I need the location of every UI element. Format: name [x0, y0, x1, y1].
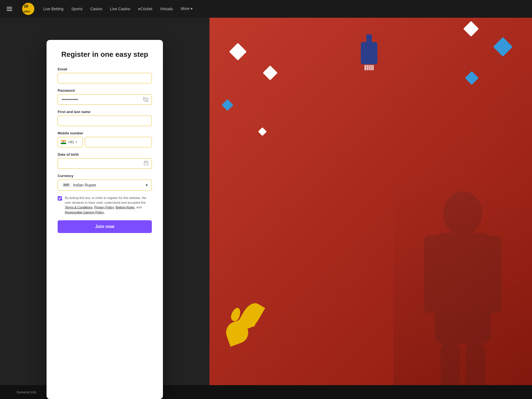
- mobile-row: +91 ▾: [58, 137, 152, 147]
- password-input[interactable]: [58, 94, 152, 105]
- diamond-decor-4: [463, 21, 479, 37]
- mobile-label: Mobile number: [58, 131, 152, 135]
- currency-label: Currency: [58, 174, 152, 178]
- person-svg: [407, 191, 518, 399]
- currency-group: Currency INR Indian Rupee ▾: [58, 174, 152, 191]
- toggle-password-button[interactable]: [143, 97, 149, 102]
- privacy-link[interactable]: Privacy Policy: [94, 206, 114, 209]
- terms-link[interactable]: Terms & Conditions: [65, 206, 93, 209]
- person-figure: [393, 172, 532, 399]
- name-group: First and last name: [58, 110, 152, 126]
- nav-links: Live Betting Sports Casino Live Casino e…: [43, 6, 193, 11]
- main-content: Register in one easy step Email Password: [0, 18, 532, 399]
- registration-modal: Register in one easy step Email Password: [47, 40, 163, 399]
- dob-label: Date of birth: [58, 152, 152, 157]
- small-diamond-1: [222, 99, 233, 111]
- password-wrapper: [58, 94, 152, 105]
- currency-chevron-icon: ▾: [146, 183, 148, 187]
- hamburger-menu-button[interactable]: [6, 6, 13, 12]
- betting-rules-link[interactable]: Betting Rules: [116, 206, 134, 209]
- logo: [22, 3, 34, 15]
- nav-item-virtuals[interactable]: Virtuals: [160, 7, 173, 11]
- terms-row: By ticking this box, in order to registe…: [58, 196, 152, 215]
- eye-off-icon: [143, 97, 149, 102]
- lantern-decor: [361, 34, 377, 70]
- mobile-input[interactable]: [85, 137, 152, 147]
- mobile-group: Mobile number +91 ▾: [58, 131, 152, 147]
- diamond-decor-1: [229, 43, 247, 61]
- join-now-button[interactable]: Join now: [58, 220, 152, 233]
- diamond-decor-2: [263, 65, 278, 80]
- calendar-icon: [144, 160, 149, 165]
- diamond-decor-3: [493, 37, 513, 57]
- nav-item-ecricket[interactable]: eCricket: [138, 7, 152, 11]
- name-input[interactable]: [58, 116, 152, 126]
- navbar: Live Betting Sports Casino Live Casino e…: [0, 0, 532, 18]
- terms-text: By ticking this box, in order to registe…: [65, 196, 152, 215]
- nav-item-casino[interactable]: Casino: [90, 7, 103, 11]
- currency-selector[interactable]: INR Indian Rupee ▾: [58, 180, 152, 191]
- modal-title: Register in one easy step: [58, 50, 152, 59]
- name-label: First and last name: [58, 110, 152, 114]
- small-diamond-2: [258, 127, 267, 136]
- country-code-selector[interactable]: +91 ▾: [58, 137, 83, 147]
- responsible-gaming-link[interactable]: Responsible Gaming Policy.: [65, 211, 104, 214]
- svg-rect-1: [144, 161, 148, 165]
- nav-item-live-betting[interactable]: Live Betting: [43, 7, 63, 11]
- dob-group: Date of birth: [58, 152, 152, 169]
- password-label: Password: [58, 88, 152, 93]
- footer-general-info: General Info: [17, 390, 37, 394]
- dob-wrapper: [58, 158, 152, 169]
- calendar-button[interactable]: [144, 160, 149, 167]
- currency-code-badge: INR: [62, 183, 71, 188]
- logo-icon: [22, 3, 34, 15]
- left-area: Register in one easy step Email Password: [0, 18, 209, 399]
- country-code-text: +91: [68, 140, 74, 144]
- nav-item-sports[interactable]: Sports: [71, 7, 82, 11]
- svg-point-5: [443, 191, 482, 236]
- nav-item-live-casino[interactable]: Live Casino: [110, 7, 130, 11]
- chevron-down-icon: ▾: [191, 6, 193, 11]
- email-input[interactable]: [58, 73, 152, 83]
- dob-input[interactable]: [58, 158, 152, 169]
- banner-background: [209, 18, 532, 399]
- india-flag-icon: [61, 140, 66, 144]
- right-banner: [209, 18, 532, 399]
- small-diamond-3: [465, 71, 479, 85]
- terms-checkbox[interactable]: [58, 196, 62, 201]
- svg-rect-7: [424, 236, 446, 313]
- nav-item-more[interactable]: More ▾: [181, 6, 193, 11]
- country-chevron-icon: ▾: [76, 140, 77, 144]
- svg-rect-8: [479, 236, 502, 313]
- currency-name-text: Indian Rupee: [73, 183, 96, 187]
- email-label: Email: [58, 67, 152, 71]
- email-group: Email: [58, 67, 152, 83]
- password-group: Password: [58, 88, 152, 105]
